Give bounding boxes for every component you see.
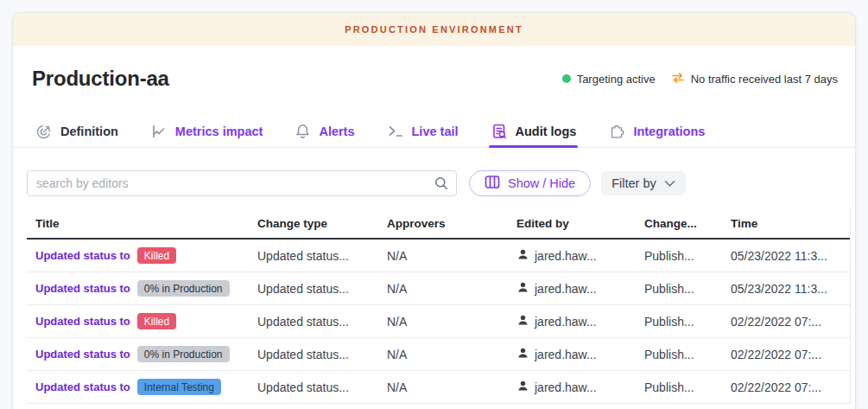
environment-card: PRODUCTION ENVIRONMENT Production-aa Tar… [12,12,856,409]
edited-by-value: jared.haw... [535,348,597,361]
change-type-cell: Updated status... [257,348,387,361]
time-cell: 05/23/2022 11:3... [731,249,850,263]
user-icon [516,281,529,297]
edited-by-value: jared.haw... [535,249,597,263]
change-cell: Publish... [644,315,731,329]
audit-entry-link[interactable]: Updated status to [35,249,130,262]
approvers-cell: N/A [387,282,516,296]
time-cell: 02/22/2022 07:... [731,380,850,394]
user-icon [516,248,529,264]
approvers-cell: N/A [387,315,516,329]
status-badge: 0% in Production [137,346,230,362]
status-badge: 0% in Production [137,280,230,297]
edited-by-cell: jared.haw... [516,380,644,395]
change-cell: Publish... [644,249,731,263]
tab-label: Alerts [319,125,354,138]
edited-by-cell: jared.haw... [516,314,644,329]
change-cell: Publish... [644,380,731,394]
column-header-time: Time [731,217,850,230]
approvers-cell: N/A [387,348,516,361]
time-cell: 02/22/2022 07:... [731,315,850,329]
edited-by-cell: jared.haw... [516,347,644,362]
table-row[interactable]: Updated status to Killed Updated status.… [27,240,850,272]
status-group: Targeting active No traffic received las… [562,72,838,86]
title-cell: Updated status to Internal Testing [35,379,257,395]
tab-bar: Definition Metrics impact Alerts [13,115,855,148]
tab-live-tail[interactable]: Live tail [387,115,459,147]
bell-icon [295,123,311,140]
search-input[interactable] [27,170,457,196]
targeting-status: Targeting active [562,73,656,86]
chevron-down-icon [664,176,675,190]
title-cell: Updated status to Killed [35,313,257,329]
time-cell: 02/22/2022 07:... [731,348,850,361]
terminal-icon [387,123,404,140]
audit-entry-link[interactable]: Updated status to [35,348,130,361]
user-icon [516,347,529,362]
edited-by-cell: jared.haw... [516,281,644,297]
columns-icon [485,175,500,192]
table-row[interactable]: Updated status to 0% in Production Updat… [27,338,850,371]
edited-by-value: jared.haw... [535,282,597,296]
filter-by-button[interactable]: Filter by [601,171,686,195]
edited-by-cell: jared.haw... [516,248,644,264]
show-hide-label: Show / Hide [508,176,575,190]
column-header-title: Title [35,217,257,230]
audit-entry-link[interactable]: Updated status to [35,315,130,328]
tab-metrics-impact[interactable]: Metrics impact [150,115,263,147]
table-row[interactable]: Updated status to Internal Testing Updat… [27,371,850,404]
targeting-status-label: Targeting active [577,73,656,86]
audit-entry-link[interactable]: Updated status to [35,282,130,295]
table-row[interactable]: Updated status to Killed Updated status.… [27,305,850,338]
title-cell: Updated status to 0% in Production [35,280,257,297]
table-header-row: Title Change type Approvers Edited by Ch… [27,208,850,240]
edited-by-value: jared.haw... [535,380,597,394]
search-icon[interactable] [434,176,449,195]
approvers-cell: N/A [387,380,516,394]
green-dot-icon [562,74,571,83]
user-icon [516,314,529,329]
tab-label: Definition [60,125,118,138]
change-cell: Publish... [644,282,731,296]
tab-audit-logs[interactable]: Audit logs [491,115,577,147]
audit-log-table: Title Change type Approvers Edited by Ch… [27,208,851,404]
document-search-icon [491,123,508,140]
change-type-cell: Updated status... [257,282,387,296]
approvers-cell: N/A [387,249,516,263]
puzzle-icon [608,123,625,140]
table-row[interactable]: Updated status to 0% in Production Updat… [27,272,850,305]
tab-integrations[interactable]: Integrations [608,115,705,147]
traffic-status: No traffic received last 7 days [671,72,838,86]
chart-line-icon [150,123,168,140]
tab-definition[interactable]: Definition [35,115,118,147]
page-header: Production-aa Targeting active No traffi… [13,46,855,91]
filter-by-label: Filter by [611,176,656,190]
traffic-status-label: No traffic received last 7 days [691,73,838,86]
audit-entry-link[interactable]: Updated status to [35,380,130,393]
column-header-change: Change... [644,217,731,230]
banner-label: PRODUCTION ENVIRONMENT [345,24,523,35]
change-cell: Publish... [644,348,731,361]
change-type-cell: Updated status... [257,249,387,263]
target-icon [35,123,53,140]
status-badge: Killed [137,313,176,329]
status-badge: Internal Testing [137,379,221,395]
page-title: Production-aa [32,67,169,91]
tab-label: Metrics impact [175,125,263,138]
search-box [27,170,457,196]
toolbar: Show / Hide Filter by [27,170,841,196]
column-header-change-type: Change type [257,217,387,230]
time-cell: 05/23/2022 11:3... [731,282,850,296]
status-badge: Killed [137,247,176,264]
tab-alerts[interactable]: Alerts [295,115,354,147]
column-header-approvers: Approvers [387,217,516,230]
tab-label: Live tail [412,125,459,138]
column-header-edited-by: Edited by [516,217,644,230]
tab-label: Integrations [633,125,705,138]
production-environment-banner: PRODUCTION ENVIRONMENT [13,13,855,46]
user-icon [516,380,529,395]
change-type-cell: Updated status... [257,380,387,394]
edited-by-value: jared.haw... [535,315,597,329]
show-hide-button[interactable]: Show / Hide [469,170,591,196]
title-cell: Updated status to Killed [35,247,257,264]
